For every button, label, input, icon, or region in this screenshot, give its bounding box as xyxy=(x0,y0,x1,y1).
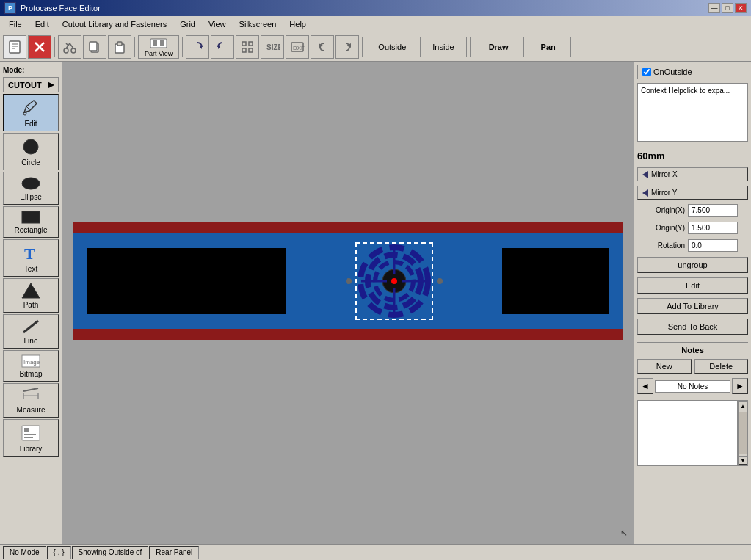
mirror-y-label: Mirror Y xyxy=(651,189,677,197)
toolbar-redo-button[interactable] xyxy=(335,35,359,59)
toolbar-rotate-button[interactable] xyxy=(186,35,209,59)
tool-rectangle[interactable]: Rectangle xyxy=(3,206,59,238)
tool-library[interactable]: Library xyxy=(3,419,59,457)
menu-cutout-library[interactable]: Cutout Library and Fasteners xyxy=(57,18,173,30)
tool-text-label: Text xyxy=(24,265,37,273)
black-box-left xyxy=(87,248,286,314)
menu-grid[interactable]: Grid xyxy=(174,18,201,30)
ungroup-button[interactable]: ungroup xyxy=(637,257,748,273)
svg-line-43 xyxy=(23,388,38,391)
toolbar-cut-button[interactable] xyxy=(58,35,81,59)
tool-measure[interactable]: Measure xyxy=(3,383,59,418)
on-outside-checkbox[interactable] xyxy=(642,68,651,76)
maximize-button[interactable]: □ xyxy=(722,3,733,13)
svg-line-37 xyxy=(23,321,38,332)
tool-text[interactable]: T Text xyxy=(3,239,59,277)
svg-point-6 xyxy=(64,48,68,53)
add-to-library-button[interactable]: Add To Library xyxy=(637,298,748,314)
toolbar-grid-button[interactable] xyxy=(236,35,259,59)
panel-blue xyxy=(73,233,623,329)
inside-button[interactable]: Inside xyxy=(420,37,466,57)
toolbar-snap-button[interactable]: SIZE xyxy=(261,35,284,59)
svg-rect-45 xyxy=(24,428,29,432)
toolbar-dxf-button[interactable]: DXF xyxy=(286,35,309,59)
notes-prev-button[interactable]: ◄ xyxy=(637,378,653,394)
menu-help[interactable]: Help xyxy=(283,18,312,30)
toolbar: Part View SIZE DXF Outside Inside Draw P… xyxy=(0,32,751,62)
notes-textarea[interactable] xyxy=(637,400,738,466)
menu-silkscreen[interactable]: Silkscreen xyxy=(233,18,283,30)
tool-bitmap[interactable]: Image Bitmap xyxy=(3,350,59,382)
notes-new-button[interactable]: New xyxy=(637,359,692,374)
title-bar-left: P Protocase Face Editor xyxy=(4,2,101,14)
right-sidebar: OnOutside Context Helpclick to expa... 6… xyxy=(634,62,751,544)
svg-text:Image: Image xyxy=(23,359,40,366)
tool-line-label: Line xyxy=(24,337,38,345)
tool-circle[interactable]: Circle xyxy=(3,133,59,170)
origin-x-row: Origin(X) xyxy=(637,204,748,217)
toolbar-sep-1 xyxy=(54,37,55,57)
toolbar-flip-button[interactable] xyxy=(211,35,234,59)
tool-line[interactable]: Line xyxy=(3,314,59,349)
notes-no-notes: No Notes xyxy=(655,380,730,393)
origin-y-input[interactable] xyxy=(688,222,738,234)
svg-rect-34 xyxy=(22,211,40,223)
mode-label: Mode: xyxy=(3,65,59,76)
toolbar-copy-button[interactable] xyxy=(83,35,106,59)
edit-button[interactable]: Edit xyxy=(637,277,748,294)
left-sidebar: Mode: CUTOUT ▶ Edit Circle xyxy=(0,62,62,544)
tool-path[interactable]: Path xyxy=(3,278,59,313)
panel-outer xyxy=(73,222,623,340)
toolbar-part-view-button[interactable]: Part View xyxy=(138,35,179,59)
toolbar-new-button[interactable] xyxy=(3,35,26,59)
svg-point-31 xyxy=(23,112,26,115)
status-bar: No Mode { , } Showing Outside of Rear Pa… xyxy=(0,544,751,560)
status-coords: { , } xyxy=(47,546,71,559)
notes-scrollbar[interactable]: ▲ ▼ xyxy=(738,400,748,466)
menu-edit[interactable]: Edit xyxy=(29,18,55,30)
ellipse-icon xyxy=(21,175,41,192)
svg-rect-17 xyxy=(160,40,164,46)
minimize-button[interactable]: — xyxy=(708,3,720,13)
scroll-down-button[interactable]: ▼ xyxy=(739,456,747,465)
pan-button[interactable]: Pan xyxy=(526,37,571,57)
toolbar-sep-4 xyxy=(362,37,363,57)
send-to-back-button[interactable]: Send To Back xyxy=(637,319,748,335)
close-button[interactable]: ✕ xyxy=(735,3,747,13)
on-outside-tab[interactable]: OnOutside xyxy=(637,65,697,79)
svg-rect-12 xyxy=(90,42,97,51)
on-outside-tab-row: OnOutside xyxy=(637,65,748,79)
library-icon xyxy=(21,423,41,443)
cutout-button[interactable]: CUTOUT ▶ xyxy=(3,77,59,92)
toolbar-close-button[interactable] xyxy=(28,35,51,59)
tool-ellipse-label: Ellipse xyxy=(20,193,41,201)
canvas-area[interactable]: ↖ xyxy=(62,62,634,544)
scroll-up-button[interactable]: ▲ xyxy=(739,401,747,410)
notes-delete-button[interactable]: Delete xyxy=(694,359,749,374)
draw-button[interactable]: Draw xyxy=(474,37,524,57)
tool-edit[interactable]: Edit xyxy=(3,94,59,131)
mirror-x-button[interactable]: Mirror X xyxy=(637,167,748,181)
outside-button[interactable]: Outside xyxy=(366,37,418,57)
toolbar-sep-5 xyxy=(470,37,471,57)
origin-x-input[interactable] xyxy=(688,204,738,217)
notes-next-button[interactable]: ► xyxy=(732,378,748,394)
context-help-title: Context Help xyxy=(641,87,683,95)
tool-ellipse[interactable]: Ellipse xyxy=(3,172,59,205)
menu-file[interactable]: File xyxy=(3,18,28,30)
part-view-label: Part View xyxy=(145,50,173,57)
svg-marker-36 xyxy=(22,283,40,298)
svg-text:SIZE: SIZE xyxy=(266,43,280,51)
toolbar-paste-button[interactable] xyxy=(108,35,131,59)
rotation-row: Rotation xyxy=(637,239,748,252)
rotation-input[interactable] xyxy=(688,239,738,252)
mirror-y-button[interactable]: Mirror Y xyxy=(637,186,748,200)
line-icon xyxy=(21,318,41,335)
notes-area-container: ▲ ▼ xyxy=(637,400,748,466)
on-outside-label: OnOutside xyxy=(653,68,692,76)
toolbar-undo-button[interactable] xyxy=(311,35,334,59)
status-mode: No Mode xyxy=(3,546,46,559)
menu-view[interactable]: View xyxy=(203,18,232,30)
svg-text:DXF: DXF xyxy=(293,45,305,51)
origin-y-label: Origin(Y) xyxy=(637,224,685,232)
